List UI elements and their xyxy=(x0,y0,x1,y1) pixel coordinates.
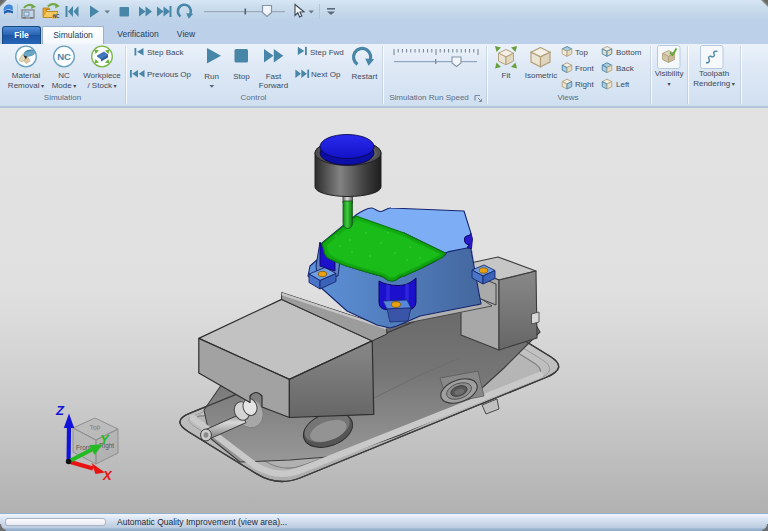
svg-text:Y: Y xyxy=(100,432,110,447)
svg-text:Z: Z xyxy=(55,403,65,418)
svg-text:X: X xyxy=(102,468,113,483)
svg-text:NC: NC xyxy=(53,14,60,19)
svg-text:NC: NC xyxy=(57,51,71,62)
